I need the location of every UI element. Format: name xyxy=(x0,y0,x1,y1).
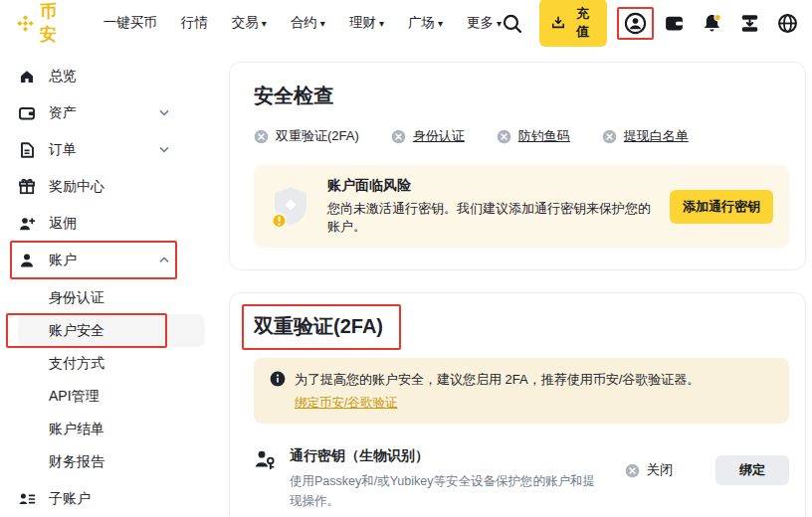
sub-accounts-icon xyxy=(18,490,36,508)
wallet-icon[interactable] xyxy=(664,13,685,34)
notification-bell-icon[interactable] xyxy=(702,13,722,34)
risk-warning-title: 账户面临风险 xyxy=(327,177,654,195)
binance-logo-icon xyxy=(16,14,35,33)
passkey-icon xyxy=(254,447,290,473)
passkey-status: 关闭 xyxy=(602,461,696,479)
check-item-antiphishing[interactable]: 防钓鱼码 xyxy=(497,127,570,145)
nav-more[interactable]: 更多 xyxy=(467,14,502,32)
sidebar-item-dashboard[interactable]: 总览 xyxy=(18,58,169,94)
security-check-items: 双重验证(2FA) 身份认证 防钓鱼码 提现白名单 xyxy=(254,127,789,145)
binance-logo[interactable]: 币安 xyxy=(16,0,76,46)
sidebar-item-api-management[interactable]: API管理 xyxy=(18,380,205,413)
chevron-up-icon xyxy=(159,257,169,263)
status-off-icon xyxy=(602,129,617,144)
risk-warning-banner: 账户面临风险 您尚未激活通行密钥。我们建议添加通行密钥来保护您的账户。 添加通行… xyxy=(254,165,789,248)
deposit-button[interactable]: 充值 xyxy=(539,0,607,47)
brand-name: 币安 xyxy=(40,0,76,46)
sidebar-item-financial-reports[interactable]: 财务报告 xyxy=(18,445,205,478)
sidebar-item-assets[interactable]: 资产 xyxy=(18,94,169,131)
check-item-identity[interactable]: 身份认证 xyxy=(391,127,465,145)
sidebar-item-account-security[interactable]: 账户安全 xyxy=(18,314,205,347)
sidebar-item-account[interactable]: 账户 xyxy=(18,242,169,278)
risk-warning-text: 账户面临风险 您尚未激活通行密钥。我们建议添加通行密钥来保护您的账户。 xyxy=(327,177,654,236)
assets-wallet-icon xyxy=(18,104,36,122)
two-factor-title: 双重验证(2FA) xyxy=(254,313,383,340)
nav-buy-crypto[interactable]: 一键买币 xyxy=(103,14,157,32)
nav-markets[interactable]: 行情 xyxy=(181,14,208,32)
account-submenu: 身份认证 账户安全 支付方式 API管理 账户结单 财务报告 xyxy=(18,281,213,478)
security-check-title: 安全检查 xyxy=(254,83,789,109)
top-navigation-bar: 币安 一键买币 行情 交易 合约 理财 广场 更多 充值 xyxy=(0,0,812,46)
sidebar-item-account-statement[interactable]: 账户结单 xyxy=(18,413,205,445)
sidebar: 总览 资产 订单 xyxy=(0,46,213,517)
sidebar-item-referral[interactable]: 返佣 xyxy=(18,205,169,242)
account-person-icon xyxy=(18,252,36,269)
passkey-desc: 使用Passkey和/或Yubikey等安全设备保护您的账户和提现操作。 xyxy=(290,472,602,511)
passkey-title: 通行密钥（生物识别） xyxy=(290,447,602,465)
chevron-down-icon xyxy=(159,109,169,116)
download-app-icon[interactable] xyxy=(739,13,760,34)
notice-text: 为了提高您的账户安全，建议您启用 2FA，推荐使用币安/谷歌验证器。 xyxy=(295,372,700,387)
bind-authenticator-link[interactable]: 绑定币安/谷歌验证 xyxy=(295,394,397,413)
sidebar-item-orders[interactable]: 订单 xyxy=(18,131,169,168)
topbar-actions: 充值 xyxy=(502,0,798,47)
profile-icon[interactable] xyxy=(624,12,647,35)
sidebar-item-sub-accounts[interactable]: 子账户 xyxy=(18,480,169,517)
shield-warning-icon xyxy=(270,185,311,229)
sidebar-item-payment-methods[interactable]: 支付方式 xyxy=(18,347,205,380)
nav-square[interactable]: 广场 xyxy=(408,14,443,32)
nav-trade[interactable]: 交易 xyxy=(232,14,267,32)
status-off-icon xyxy=(625,463,640,478)
check-item-2fa[interactable]: 双重验证(2FA) xyxy=(254,127,359,145)
security-check-card: 安全检查 双重验证(2FA) 身份认证 防钓鱼码 提现白名单 xyxy=(229,62,806,270)
rewards-gift-icon xyxy=(18,178,36,196)
orders-document-icon xyxy=(18,141,36,159)
add-passkey-button[interactable]: 添加通行密钥 xyxy=(670,190,773,224)
status-off-icon xyxy=(497,129,511,144)
sidebar-item-identity-verification[interactable]: 身份认证 xyxy=(18,281,205,314)
status-off-icon xyxy=(391,129,406,144)
chevron-down-icon xyxy=(159,146,169,153)
check-item-withdrawal-whitelist[interactable]: 提现白名单 xyxy=(602,127,689,145)
nav-earn[interactable]: 理财 xyxy=(349,14,384,32)
status-off-icon xyxy=(254,129,269,144)
main-content: 安全检查 双重验证(2FA) 身份认证 防钓鱼码 提现白名单 xyxy=(213,46,812,517)
two-factor-card: 双重验证(2FA) 为了提高您的账户安全，建议您启用 2FA，推荐使用币安/谷歌… xyxy=(229,292,806,517)
risk-warning-desc: 您尚未激活通行密钥。我们建议添加通行密钥来保护您的账户。 xyxy=(327,200,654,236)
passkey-row: 通行密钥（生物识别） 使用Passkey和/或Yubikey等安全设备保护您的账… xyxy=(254,447,789,517)
search-icon[interactable] xyxy=(502,13,522,34)
info-icon xyxy=(270,370,286,412)
main-nav: 一键买币 行情 交易 合约 理财 广场 更多 xyxy=(103,14,502,32)
referral-person-plus-icon xyxy=(18,215,36,233)
home-icon xyxy=(18,68,36,86)
sidebar-item-rewards-hub[interactable]: 奖励中心 xyxy=(18,168,169,205)
passkey-bind-button[interactable]: 绑定 xyxy=(715,455,789,485)
two-factor-notice: 为了提高您的账户安全，建议您启用 2FA，推荐使用币安/谷歌验证器。 绑定币安/… xyxy=(254,358,789,424)
language-globe-icon[interactable] xyxy=(777,13,798,34)
deposit-icon xyxy=(551,16,565,30)
nav-futures[interactable]: 合约 xyxy=(291,14,325,32)
